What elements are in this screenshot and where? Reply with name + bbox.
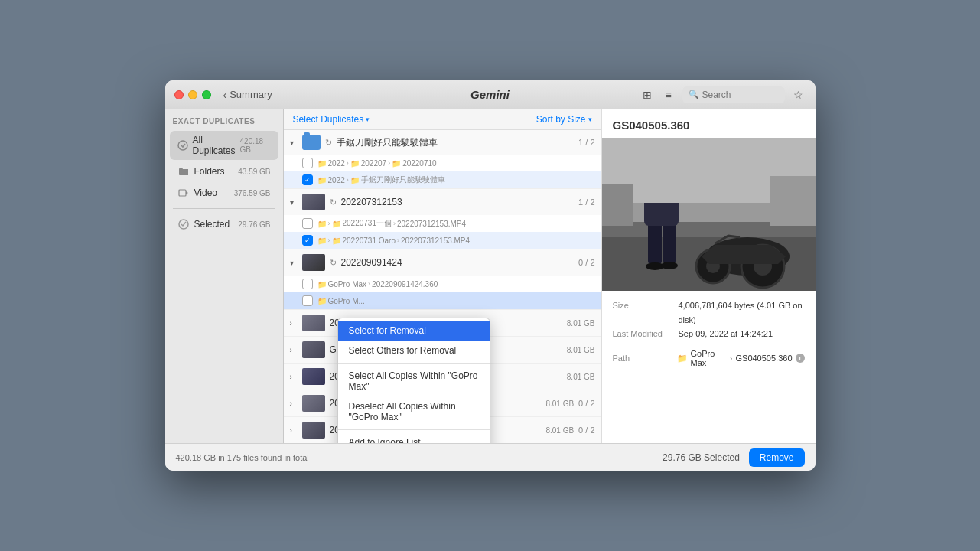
all-duplicates-icon [177, 139, 188, 152]
file-group: ▾ ↻ 202207312153 1 / 2 📁 › 📁 [284, 189, 601, 249]
sidebar-selected: Selected 29.76 GB [170, 214, 278, 234]
file-list: ▾ ↻ 手鋸刀剛好只能駛駛體車 1 / 2 📁 2022 › 📁 [284, 130, 601, 443]
context-menu-deselect-all-copies[interactable]: Deselect All Copies Within "GoPro Max" [338, 396, 490, 427]
file-checkbox[interactable] [302, 174, 313, 185]
file-thumbnail [302, 315, 325, 331]
svg-point-0 [178, 141, 187, 150]
preview-filename: GS040505.360 [602, 109, 816, 138]
path-folder-icon: 📁 [392, 159, 401, 168]
file-item[interactable]: 📁 2022 › 📁 手鋸刀剛好只能駛駛體車 [284, 171, 601, 188]
file-item-highlighted[interactable]: 📁 GoPro M... [284, 292, 601, 309]
grid-view-icon[interactable]: ⊞ [640, 87, 655, 103]
file-item[interactable]: 📁 › 📁 20220731 Oaro › 202207312153.MP4 [284, 232, 601, 249]
path-arrow: › [347, 176, 349, 184]
sidebar-video-size: 376.59 GB [234, 189, 271, 197]
close-button[interactable] [174, 90, 184, 99]
back-button[interactable]: ‹ Summary [223, 89, 272, 101]
file-item[interactable]: 📁 GoPro Max › 202209091424.360 [284, 276, 601, 292]
search-icon: 🔍 [689, 90, 699, 99]
main-body: Exact Duplicates All Duplicates 420.18 G… [165, 109, 816, 443]
sidebar-all-duplicates-label: All Duplicates [193, 135, 236, 156]
file-group: ▾ ↻ 手鋸刀剛好只能駛駛體車 1 / 2 📁 2022 › 📁 [284, 130, 601, 189]
file-checkbox[interactable] [302, 218, 313, 229]
expand-chevron-icon: › [290, 373, 298, 381]
file-item[interactable]: 📁 › 📁 20220731一個 › 202207312153.MP4 [284, 215, 601, 232]
context-menu-add-ignore[interactable]: Add to Ignore List [338, 432, 490, 443]
context-menu: Select for Removal Select Others for Rem… [337, 318, 490, 443]
file-path: 📁 2022 › 📁 202207 › 📁 20220710 [317, 159, 595, 168]
sidebar-item-all-duplicates[interactable]: All Duplicates 420.18 GB [170, 131, 278, 160]
file-checkbox[interactable] [302, 235, 313, 246]
context-menu-select-removal[interactable]: Select for Removal [338, 321, 490, 341]
file-thumbnail [302, 395, 325, 412]
group-header[interactable]: ▾ ↻ 202209091424 0 / 2 [284, 249, 601, 276]
path-folder-icon: 📁 [350, 159, 360, 168]
status-info-text: 420.18 GB in 175 files found in total [176, 453, 309, 462]
select-duplicates-button[interactable]: Select Duplicates ▾ [293, 114, 370, 125]
group-count: 0 / 2 [578, 258, 594, 267]
path-arrow: › [328, 220, 330, 227]
preview-size-row: Size 4,006,781,604 bytes (4.01 GB on dis… [613, 298, 805, 327]
expand-chevron-icon: ▾ [290, 139, 298, 147]
sidebar-selected-label: Selected [194, 219, 234, 230]
list-view-icon[interactable]: ≡ [661, 87, 676, 103]
path-arrow: › [388, 159, 390, 167]
remove-button[interactable]: Remove [749, 448, 805, 467]
expand-chevron-icon: › [290, 319, 298, 328]
maximize-button[interactable] [202, 90, 211, 99]
file-item[interactable]: 📁 2022 › 📁 202207 › 📁 20220710 [284, 155, 601, 171]
path-folder-icon: 📁 [350, 176, 360, 184]
info-icon[interactable]: i [796, 354, 805, 363]
group-header[interactable]: ▾ ↻ 202207312153 1 / 2 [284, 189, 601, 215]
select-duplicates-chevron: ▾ [366, 116, 370, 123]
size-value: 4,006,781,604 bytes (4.01 GB on disk) [679, 298, 805, 327]
context-menu-select-others[interactable]: Select Others for Removal [338, 341, 490, 360]
preview-panel: GS040505.360 [601, 109, 816, 443]
path-arrow: › [328, 236, 330, 244]
path-text: 202207312153.MP4 [397, 220, 466, 228]
star-icon[interactable]: ☆ [791, 87, 806, 103]
sidebar-item-video[interactable]: Video 376.59 GB [170, 183, 278, 203]
file-path: 📁 2022 › 📁 手鋸刀剛好只能駛駛體車 [317, 174, 595, 185]
path-folder-icon: 📁 [332, 220, 341, 228]
modified-value: Sep 09, 2022 at 14:24:21 [679, 327, 773, 341]
expand-chevron-icon: › [290, 399, 298, 408]
sync-icon: ↻ [330, 197, 337, 207]
path-folder-icon: 📁 [332, 236, 341, 245]
modified-label: Last Modified [613, 327, 674, 341]
sidebar-all-duplicates-size: 420.18 GB [240, 137, 271, 154]
preview-image [602, 138, 816, 291]
file-checkbox[interactable] [302, 295, 313, 306]
preview-modified-row: Last Modified Sep 09, 2022 at 14:24:21 [613, 327, 805, 341]
file-checkbox[interactable] [302, 158, 313, 168]
select-duplicates-label: Select Duplicates [293, 114, 364, 125]
path-folder-icon: 📁 [317, 220, 327, 228]
svg-rect-13 [663, 222, 676, 264]
path-folder-icon: 📁 [317, 176, 327, 184]
group-count: 1 / 2 [578, 138, 594, 147]
minimize-button[interactable] [188, 90, 197, 99]
context-menu-select-all-copies[interactable]: Select All Copies Within "GoPro Max" [338, 366, 490, 396]
sort-by-size-button[interactable]: Sort by Size ▾ [536, 114, 592, 125]
folder-icon [302, 135, 321, 150]
back-chevron-icon: ‹ [223, 89, 227, 101]
group-count: 0 / 2 [578, 425, 594, 435]
expand-chevron-icon: ▾ [290, 259, 298, 267]
path-folder-icon: 📁 [317, 297, 327, 305]
list-header: Select Duplicates ▾ Sort by Size ▾ [284, 109, 601, 130]
group-size: 8.01 GB [567, 346, 595, 354]
search-box[interactable]: 🔍 [682, 86, 785, 103]
search-input[interactable] [702, 90, 779, 100]
group-header[interactable]: ▾ ↻ 手鋸刀剛好只能駛駛體車 1 / 2 [284, 130, 601, 155]
path-text: 20220731 Oaro [343, 236, 396, 245]
file-path: 📁 › 📁 20220731 Oaro › 202207312153.MP4 [317, 236, 595, 245]
sidebar-video-label: Video [194, 187, 230, 198]
content-area: Select Duplicates ▾ Sort by Size ▾ ▾ ↻ 手… [284, 109, 601, 443]
path-text: 20220710 [402, 159, 437, 168]
file-checkbox[interactable] [302, 279, 313, 289]
path-folder-icon: 📁 [317, 280, 327, 289]
sidebar-item-folders[interactable]: Folders 43.59 GB [170, 161, 278, 181]
group-name: 202207312153 [341, 197, 575, 207]
file-path: 📁 GoPro M... [317, 297, 595, 305]
preview-info: Size 4,006,781,604 bytes (4.01 GB on dis… [602, 291, 816, 349]
